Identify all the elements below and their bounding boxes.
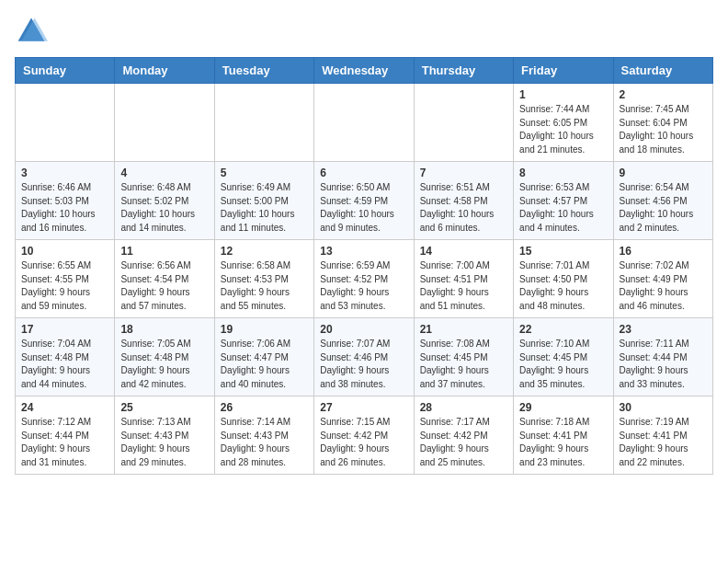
day-info: Sunrise: 6:48 AMSunset: 5:02 PMDaylight:… (120, 181, 208, 235)
day-info: Sunrise: 7:18 AMSunset: 4:41 PMDaylight:… (519, 416, 607, 469)
week-row-4: 17Sunrise: 7:04 AMSunset: 4:48 PMDayligh… (16, 318, 713, 396)
day-info: Sunrise: 7:10 AMSunset: 4:45 PMDaylight:… (519, 338, 607, 391)
day-cell: 21Sunrise: 7:08 AMSunset: 4:45 PMDayligh… (414, 318, 513, 396)
week-row-5: 24Sunrise: 7:12 AMSunset: 4:44 PMDayligh… (16, 396, 713, 475)
day-number: 22 (519, 323, 607, 336)
day-number: 6 (320, 167, 407, 179)
day-number: 26 (221, 401, 308, 414)
day-number: 3 (21, 167, 108, 179)
day-cell: 3Sunrise: 6:46 AMSunset: 5:03 PMDaylight… (16, 162, 115, 240)
day-number: 23 (620, 323, 707, 336)
week-row-3: 10Sunrise: 6:55 AMSunset: 4:55 PMDayligh… (16, 240, 713, 318)
weekday-header-monday: Monday (115, 58, 214, 84)
day-info: Sunrise: 7:02 AMSunset: 4:49 PMDaylight:… (620, 259, 707, 313)
day-cell: 9Sunrise: 6:54 AMSunset: 4:56 PMDaylight… (613, 162, 712, 240)
day-info: Sunrise: 7:15 AMSunset: 4:42 PMDaylight:… (320, 416, 407, 469)
day-cell: 27Sunrise: 7:15 AMSunset: 4:42 PMDayligh… (314, 396, 414, 475)
day-cell: 26Sunrise: 7:14 AMSunset: 4:43 PMDayligh… (214, 396, 313, 475)
day-info: Sunrise: 6:59 AMSunset: 4:52 PMDaylight:… (320, 259, 407, 313)
day-number: 12 (221, 245, 308, 258)
weekday-header-tuesday: Tuesday (214, 58, 313, 84)
day-cell: 5Sunrise: 6:49 AMSunset: 5:00 PMDaylight… (214, 162, 313, 240)
day-number: 10 (21, 245, 108, 258)
day-info: Sunrise: 7:45 AMSunset: 6:04 PMDaylight:… (620, 103, 707, 156)
weekday-header-friday: Friday (514, 58, 613, 84)
day-info: Sunrise: 6:53 AMSunset: 4:57 PMDaylight:… (519, 181, 607, 235)
day-cell: 7Sunrise: 6:51 AMSunset: 4:58 PMDaylight… (414, 162, 513, 240)
week-row-1: 1Sunrise: 7:44 AMSunset: 6:05 PMDaylight… (16, 84, 713, 162)
day-cell: 17Sunrise: 7:04 AMSunset: 4:48 PMDayligh… (16, 318, 115, 396)
day-info: Sunrise: 7:19 AMSunset: 4:41 PMDaylight:… (620, 416, 707, 469)
day-number: 11 (120, 245, 208, 258)
day-info: Sunrise: 7:11 AMSunset: 4:44 PMDaylight:… (620, 338, 707, 391)
day-cell: 22Sunrise: 7:10 AMSunset: 4:45 PMDayligh… (514, 318, 613, 396)
day-number: 20 (320, 323, 407, 336)
day-cell: 6Sunrise: 6:50 AMSunset: 4:59 PMDaylight… (314, 162, 414, 240)
day-cell: 15Sunrise: 7:01 AMSunset: 4:50 PMDayligh… (514, 240, 613, 318)
day-cell: 23Sunrise: 7:11 AMSunset: 4:44 PMDayligh… (613, 318, 712, 396)
day-number: 27 (320, 401, 407, 414)
day-cell: 28Sunrise: 7:17 AMSunset: 4:42 PMDayligh… (414, 396, 513, 475)
logo-icon (15, 15, 48, 48)
week-row-2: 3Sunrise: 6:46 AMSunset: 5:03 PMDaylight… (16, 162, 713, 240)
day-number: 13 (320, 245, 407, 258)
day-number: 17 (21, 323, 108, 336)
weekday-header-saturday: Saturday (613, 58, 712, 84)
day-number: 14 (420, 245, 507, 258)
day-info: Sunrise: 6:54 AMSunset: 4:56 PMDaylight:… (620, 181, 707, 235)
day-info: Sunrise: 7:01 AMSunset: 4:50 PMDaylight:… (519, 259, 607, 313)
day-number: 16 (620, 245, 707, 258)
day-info: Sunrise: 7:13 AMSunset: 4:43 PMDaylight:… (120, 416, 208, 469)
day-cell: 8Sunrise: 6:53 AMSunset: 4:57 PMDaylight… (514, 162, 613, 240)
day-number: 30 (620, 401, 707, 414)
day-info: Sunrise: 7:04 AMSunset: 4:48 PMDaylight:… (21, 338, 108, 391)
header (15, 15, 713, 48)
day-cell: 19Sunrise: 7:06 AMSunset: 4:47 PMDayligh… (214, 318, 313, 396)
day-number: 19 (221, 323, 308, 336)
day-cell (414, 84, 513, 162)
day-number: 21 (420, 323, 507, 336)
day-cell: 13Sunrise: 6:59 AMSunset: 4:52 PMDayligh… (314, 240, 414, 318)
day-cell: 10Sunrise: 6:55 AMSunset: 4:55 PMDayligh… (16, 240, 115, 318)
day-cell: 12Sunrise: 6:58 AMSunset: 4:53 PMDayligh… (214, 240, 313, 318)
day-info: Sunrise: 6:50 AMSunset: 4:59 PMDaylight:… (320, 181, 407, 235)
day-info: Sunrise: 7:44 AMSunset: 6:05 PMDaylight:… (519, 103, 607, 156)
day-info: Sunrise: 6:56 AMSunset: 4:54 PMDaylight:… (120, 259, 208, 313)
day-cell (115, 84, 214, 162)
day-info: Sunrise: 7:12 AMSunset: 4:44 PMDaylight:… (21, 416, 108, 469)
day-number: 7 (420, 167, 507, 179)
weekday-header-sunday: Sunday (16, 58, 115, 84)
day-number: 1 (519, 88, 607, 101)
day-info: Sunrise: 7:07 AMSunset: 4:46 PMDaylight:… (320, 338, 407, 391)
day-info: Sunrise: 6:49 AMSunset: 5:00 PMDaylight:… (221, 181, 308, 235)
day-number: 9 (620, 167, 707, 179)
day-info: Sunrise: 6:51 AMSunset: 4:58 PMDaylight:… (420, 181, 507, 235)
day-number: 24 (21, 401, 108, 414)
day-info: Sunrise: 7:05 AMSunset: 4:48 PMDaylight:… (120, 338, 208, 391)
day-number: 15 (519, 245, 607, 258)
day-cell (314, 84, 414, 162)
day-number: 29 (519, 401, 607, 414)
day-info: Sunrise: 7:06 AMSunset: 4:47 PMDaylight:… (221, 338, 308, 391)
day-cell (16, 84, 115, 162)
day-cell: 16Sunrise: 7:02 AMSunset: 4:49 PMDayligh… (613, 240, 712, 318)
day-number: 4 (120, 167, 208, 179)
day-number: 2 (620, 88, 707, 101)
calendar: SundayMondayTuesdayWednesdayThursdayFrid… (15, 57, 713, 475)
day-cell: 29Sunrise: 7:18 AMSunset: 4:41 PMDayligh… (514, 396, 613, 475)
day-info: Sunrise: 6:55 AMSunset: 4:55 PMDaylight:… (21, 259, 108, 313)
day-number: 5 (221, 167, 308, 179)
day-cell: 20Sunrise: 7:07 AMSunset: 4:46 PMDayligh… (314, 318, 414, 396)
day-cell: 30Sunrise: 7:19 AMSunset: 4:41 PMDayligh… (613, 396, 712, 475)
weekday-header-thursday: Thursday (414, 58, 513, 84)
day-cell: 1Sunrise: 7:44 AMSunset: 6:05 PMDaylight… (514, 84, 613, 162)
day-number: 28 (420, 401, 507, 414)
day-info: Sunrise: 6:46 AMSunset: 5:03 PMDaylight:… (21, 181, 108, 235)
weekday-header-wednesday: Wednesday (314, 58, 414, 84)
day-info: Sunrise: 7:00 AMSunset: 4:51 PMDaylight:… (420, 259, 507, 313)
day-number: 25 (120, 401, 208, 414)
day-cell: 18Sunrise: 7:05 AMSunset: 4:48 PMDayligh… (115, 318, 214, 396)
day-info: Sunrise: 7:17 AMSunset: 4:42 PMDaylight:… (420, 416, 507, 469)
day-cell (214, 84, 313, 162)
day-info: Sunrise: 7:14 AMSunset: 4:43 PMDaylight:… (221, 416, 308, 469)
